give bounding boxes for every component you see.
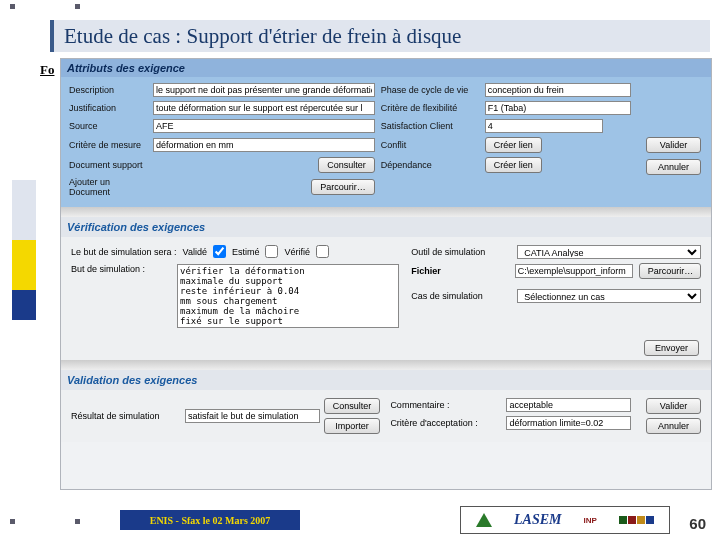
fo-text: Fo (40, 62, 54, 78)
fichier-parcourir-button[interactable]: Parcourir… (639, 263, 701, 279)
valide-label: Validé (183, 247, 207, 257)
estime-checkbox[interactable] (265, 245, 278, 258)
verifie-checkbox[interactable] (316, 245, 329, 258)
valide-checkbox[interactable] (213, 245, 226, 258)
input-description[interactable] (153, 83, 375, 97)
but-simulation-textarea[interactable]: vérifier la déformation maximale du supp… (177, 264, 399, 328)
side-accent (12, 180, 36, 320)
label-but-line: Le but de simulation sera : (71, 247, 177, 257)
parcourir-doc-button[interactable]: Parcourir… (311, 179, 375, 195)
lasem-text: LASEM (514, 512, 561, 528)
logo-triangle-icon (476, 513, 492, 527)
label-commentaire: Commentaire : (390, 400, 500, 410)
dependance-creer-button[interactable]: Créer lien (485, 157, 542, 173)
input-justification[interactable] (153, 101, 375, 115)
attributs-heading: Attributs des exigence (61, 59, 711, 77)
cas-select[interactable]: Sélectionnez un cas (517, 289, 701, 303)
resultat-input[interactable] (185, 409, 320, 423)
attributs-annuler-button[interactable]: Annuler (646, 159, 701, 175)
resultat-importer-button[interactable]: Importer (324, 418, 381, 434)
critere-accept-input[interactable] (506, 416, 631, 430)
label-fichier: Fichier (411, 266, 508, 276)
page-number: 60 (689, 515, 706, 532)
attributs-valider-button[interactable]: Valider (646, 137, 701, 153)
label-conflit: Conflit (381, 140, 481, 150)
validation-panel: Résultat de simulation Consulter Importe… (61, 390, 711, 442)
input-phase[interactable] (485, 83, 631, 97)
validation-valider-button[interactable]: Valider (646, 398, 701, 414)
estime-label: Estimé (232, 247, 260, 257)
resultat-consulter-button[interactable]: Consulter (324, 398, 381, 414)
attributs-panel: Description Phase de cycle de vie Justif… (61, 77, 711, 207)
verification-heading: Vérification des exigences (61, 217, 711, 237)
validation-heading: Validation des exigences (61, 370, 711, 390)
input-satisfaction[interactable] (485, 119, 603, 133)
slide-title: Etude de cas : Support d'étrier de frein… (50, 20, 710, 52)
commentaire-input[interactable] (506, 398, 631, 412)
label-dependance: Dépendance (381, 160, 481, 170)
outil-select[interactable]: CATIA Analyse (517, 245, 701, 259)
label-description: Description (69, 85, 149, 95)
input-critere-mesure[interactable] (153, 138, 375, 152)
label-ajouter-doc: Ajouter un Document (69, 177, 149, 197)
label-cas: Cas de simulation (411, 291, 511, 301)
label-source: Source (69, 121, 149, 131)
verifie-label: Vérifié (284, 247, 310, 257)
footer-enis: ENIS - Sfax le 02 Mars 2007 (120, 510, 300, 530)
label-critere-accept: Critère d'acceptation : (390, 418, 500, 428)
label-critere-mesure: Critère de mesure (69, 140, 149, 150)
label-satisfaction: Satisfaction Client (381, 121, 481, 131)
app-window: Attributs des exigence Description Phase… (60, 58, 712, 490)
label-phase: Phase de cycle de vie (381, 85, 481, 95)
label-but-simulation: But de simulation : (71, 264, 171, 274)
footer-logos: LASEM INP (460, 506, 670, 534)
input-critere-flex[interactable] (485, 101, 631, 115)
label-resultat: Résultat de simulation (71, 411, 181, 421)
label-outil: Outil de simulation (411, 247, 511, 257)
validation-annuler-button[interactable]: Annuler (646, 418, 701, 434)
verification-panel: Le but de simulation sera : Validé Estim… (61, 237, 711, 336)
input-source[interactable] (153, 119, 375, 133)
conflit-creer-button[interactable]: Créer lien (485, 137, 542, 153)
consulter-doc-button[interactable]: Consulter (318, 157, 375, 173)
label-critere-flex: Critère de flexibilité (381, 103, 481, 113)
inp-logo-icon: INP (584, 516, 597, 525)
label-justification: Justification (69, 103, 149, 113)
label-doc-support: Document support (69, 160, 149, 170)
fichier-input[interactable] (515, 264, 633, 278)
gilco-logo-icon (619, 516, 654, 524)
envoyer-button[interactable]: Envoyer (644, 340, 699, 356)
